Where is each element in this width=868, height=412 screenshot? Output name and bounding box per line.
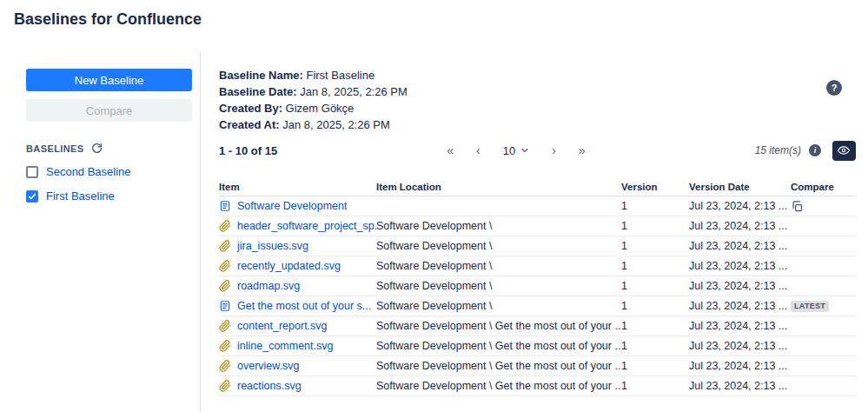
baseline-link-second[interactable]: Second Baseline — [46, 165, 131, 178]
compare-button[interactable]: Compare — [26, 99, 192, 122]
check-icon — [28, 192, 36, 201]
item-version-date: Jul 23, 2024, 2:13 ... — [689, 380, 791, 392]
next-page-button[interactable]: › — [552, 144, 556, 156]
baseline-date-value: Jan 8, 2025, 2:26 PM — [300, 85, 407, 98]
item-link[interactable]: inline_comment.svg — [237, 340, 333, 352]
item-version: 1 — [621, 360, 689, 372]
new-baseline-button[interactable]: New Baseline — [26, 69, 192, 91]
item-version-date: Jul 23, 2024, 2:13 ... — [689, 320, 791, 332]
item-link[interactable]: jira_issues.svg — [237, 240, 308, 252]
item-link[interactable]: recently_updated.svg — [237, 260, 341, 272]
checkbox-first-baseline[interactable] — [26, 190, 38, 203]
item-version: 1 — [621, 200, 689, 212]
attachment-icon — [219, 260, 231, 272]
item-cell: recently_updated.svg — [219, 260, 376, 272]
page-size-select[interactable]: 10 — [503, 144, 529, 157]
main-panel: Baseline Name: First Baseline Baseline D… — [219, 70, 856, 396]
created-at-label: Created At: — [219, 118, 280, 131]
table-row: inline_comment.svg Software Development … — [219, 336, 856, 356]
toolbar: 1 - 10 of 15 « ‹ 10 › » 15 item(s) i — [219, 139, 856, 162]
attachment-icon — [219, 240, 231, 252]
item-cell: header_software_project_sp... — [219, 220, 376, 232]
copy-icon[interactable] — [791, 200, 804, 213]
baseline-row-second[interactable]: Second Baseline — [26, 165, 192, 178]
page-size-value: 10 — [503, 144, 515, 157]
item-link[interactable]: reactions.svg — [237, 380, 301, 392]
attachment-icon — [219, 320, 231, 332]
item-cell: jira_issues.svg — [219, 240, 376, 252]
latest-badge: LATEST — [791, 301, 829, 312]
item-link[interactable]: overview.svg — [237, 360, 300, 372]
item-link[interactable]: Software Development — [237, 200, 347, 212]
item-version-date: Jul 23, 2024, 2:13 ... — [689, 280, 791, 292]
first-page-button[interactable]: « — [447, 144, 454, 156]
item-version: 1 — [621, 220, 689, 232]
item-cell: overview.svg — [219, 360, 376, 372]
checkbox-second-baseline[interactable] — [26, 166, 38, 178]
item-location: Software Development \ Get the most out … — [376, 340, 621, 352]
attachment-icon — [219, 380, 231, 392]
table-row: Software Development 1 Jul 23, 2024, 2:1… — [219, 196, 856, 216]
baseline-date-line: Baseline Date: Jan 8, 2025, 2:26 PM — [219, 86, 856, 97]
table-header: Item Item Location Version Version Date … — [219, 177, 856, 196]
item-cell: Get the most out of your s... — [219, 300, 376, 312]
chevron-down-icon — [520, 146, 529, 155]
column-item-location: Item Location — [376, 182, 621, 192]
page-icon — [219, 200, 231, 212]
item-version: 1 — [621, 260, 689, 272]
item-version-date: Jul 23, 2024, 2:13 ... — [689, 220, 791, 232]
item-location: Software Development \ — [376, 300, 621, 312]
baseline-name-value: First Baseline — [306, 69, 374, 82]
created-by-value: Gizem Gökçe — [286, 102, 354, 115]
info-icon[interactable]: i — [809, 144, 821, 156]
item-version: 1 — [621, 320, 689, 332]
compare-cell: LATEST — [791, 301, 856, 312]
item-location: Software Development \ — [376, 240, 621, 252]
item-link[interactable]: roadmap.svg — [237, 280, 300, 292]
item-version: 1 — [621, 280, 689, 292]
table-row: recently_updated.svg Software Developmen… — [219, 256, 856, 276]
item-version: 1 — [621, 300, 689, 312]
table-row: content_report.svg Software Development … — [219, 316, 856, 336]
item-link[interactable]: header_software_project_sp... — [237, 220, 376, 232]
column-version-date: Version Date — [689, 182, 791, 192]
item-version: 1 — [621, 240, 689, 252]
item-location: Software Development \ Get the most out … — [376, 320, 621, 332]
attachment-icon — [219, 360, 231, 372]
table-row: header_software_project_sp... Software D… — [219, 216, 856, 236]
item-version-date: Jul 23, 2024, 2:13 ... — [689, 260, 791, 272]
created-at-line: Created At: Jan 8, 2025, 2:26 PM — [219, 119, 856, 130]
item-version: 1 — [621, 380, 689, 392]
created-by-label: Created By: — [219, 102, 282, 115]
item-location: Software Development \ — [376, 260, 621, 272]
eye-toggle-button[interactable] — [832, 141, 856, 161]
attachment-icon — [219, 340, 231, 352]
item-cell: Software Development — [219, 200, 376, 212]
table-row: overview.svg Software Development \ Get … — [219, 356, 856, 376]
item-location: Software Development \ Get the most out … — [376, 360, 621, 372]
item-link[interactable]: content_report.svg — [237, 320, 328, 332]
item-cell: inline_comment.svg — [219, 340, 376, 352]
vertical-divider — [200, 52, 201, 412]
refresh-icon[interactable] — [91, 143, 103, 154]
last-page-button[interactable]: » — [579, 144, 586, 156]
item-cell: reactions.svg — [219, 380, 376, 392]
baseline-name-line: Baseline Name: First Baseline — [219, 70, 856, 81]
items-table: Item Item Location Version Version Date … — [219, 177, 856, 396]
created-by-line: Created By: Gizem Gökçe — [219, 103, 856, 114]
sidebar: New Baseline Compare BASELINES Second Ba… — [26, 69, 192, 203]
prev-page-button[interactable]: ‹ — [476, 144, 480, 156]
baseline-row-first[interactable]: First Baseline — [26, 189, 192, 203]
toolbar-right: 15 item(s) i — [755, 141, 856, 161]
item-link[interactable]: Get the most out of your s... — [237, 300, 371, 312]
table-row: jira_issues.svg Software Development \ 1… — [219, 236, 856, 256]
created-at-value: Jan 8, 2025, 2:26 PM — [282, 118, 390, 131]
baseline-name-label: Baseline Name: — [219, 69, 303, 82]
item-version-date: Jul 23, 2024, 2:13 ... — [689, 340, 791, 352]
attachment-icon — [219, 220, 231, 232]
baseline-link-first[interactable]: First Baseline — [46, 189, 115, 203]
column-compare: Compare — [791, 182, 856, 192]
item-location: Software Development \ — [376, 280, 621, 292]
item-version-date: Jul 23, 2024, 2:13 ... — [689, 200, 791, 212]
item-version-date: Jul 23, 2024, 2:13 ... — [689, 300, 791, 312]
